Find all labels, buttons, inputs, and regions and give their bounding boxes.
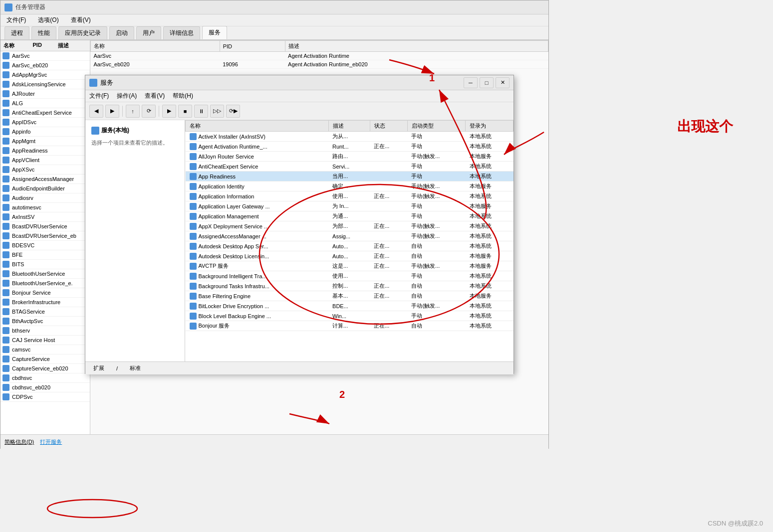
col-header-svc-logon[interactable]: 登录为 <box>466 121 514 132</box>
table-row[interactable]: AntiCheatExpert Service Servi... 手动 本地系统 <box>186 162 514 172</box>
svc-menu-help[interactable]: 帮助(H) <box>173 92 193 100</box>
col-header-desc[interactable]: 描述 <box>285 41 548 52</box>
list-item[interactable]: CAJ Service Host <box>0 336 90 345</box>
toolbar-up[interactable]: ↑ <box>126 105 140 118</box>
brief-info-btn[interactable]: 简略信息(D) <box>4 438 34 446</box>
col-name[interactable]: 名称 <box>3 42 33 49</box>
tab-details[interactable]: 详细信息 <box>163 26 200 39</box>
list-item[interactable]: AntiCheatExpert Service <box>0 108 90 118</box>
close-button[interactable]: ✕ <box>496 77 510 88</box>
table-row[interactable]: Autodesk Desktop App Ser... Auto... 正在..… <box>186 241 514 251</box>
list-item[interactable]: BFE <box>0 250 90 260</box>
list-item[interactable]: AppMgmt <box>0 137 90 146</box>
svc-right-panel[interactable]: 名称 描述 状态 启动类型 登录为 ActiveX Installer (AxI… <box>185 120 514 361</box>
toolbar-pause[interactable]: ⏸ <box>194 105 208 118</box>
table-row[interactable]: Application Layer Gateway ... 为 In... 手动… <box>186 201 514 211</box>
col-header-svc-status[interactable]: 状态 <box>370 121 407 132</box>
list-item[interactable]: camsvc <box>0 345 90 355</box>
table-row[interactable]: AarSvc_eb020 19096 Agent Activation Runt… <box>91 60 548 69</box>
list-item[interactable]: AssignedAccessManager <box>0 175 90 184</box>
list-item[interactable]: BluetoothUserService <box>0 269 90 279</box>
list-item[interactable]: CaptureService_eb020 <box>0 364 90 373</box>
list-item[interactable]: BrokerInfrastructure <box>0 298 90 307</box>
list-item[interactable]: AarSvc_eb020 <box>0 61 90 70</box>
toolbar-back[interactable]: ◀ <box>89 105 103 118</box>
table-row[interactable]: AppX Deployment Service ... 为部... 正在... … <box>186 221 514 231</box>
tm-menu-options[interactable]: 选项(O) <box>36 15 60 25</box>
toolbar-start[interactable]: ▶ <box>162 105 176 118</box>
toolbar-forward[interactable]: ▶ <box>105 105 119 118</box>
list-item[interactable]: Audiosrv <box>0 193 90 203</box>
expand-tab[interactable]: 扩展 <box>89 363 108 373</box>
toolbar-resume[interactable]: ▷▷ <box>210 105 224 118</box>
list-item[interactable]: AJRouter <box>0 89 90 99</box>
list-item[interactable]: CaptureService <box>0 355 90 364</box>
tm-menu-file[interactable]: 文件(F) <box>4 15 28 25</box>
col-header-svc-start[interactable]: 启动类型 <box>407 121 465 132</box>
list-item[interactable]: AppReadiness <box>0 146 90 156</box>
table-row[interactable]: App Readiness 当用... 手动 本地系统 <box>186 172 514 181</box>
tab-process[interactable]: 进程 <box>4 26 29 39</box>
list-item[interactable]: CDPSvc <box>0 392 90 402</box>
list-item[interactable]: BthAvctpSvc <box>0 317 90 326</box>
table-row[interactable]: Bonjour 服务 计算... 正在... 自动 本地系统 <box>186 321 514 331</box>
table-row[interactable]: Autodesk Desktop Licensin... Auto... 正在.… <box>186 251 514 261</box>
table-row[interactable]: Base Filtering Engine 基本... 正在... 自动 本地服… <box>186 291 514 301</box>
table-row[interactable]: Agent Activation Runtime_... Runt... 正在.… <box>186 142 514 152</box>
toolbar-refresh[interactable]: ⟳ <box>142 105 156 118</box>
list-item[interactable]: cbdhsvc <box>0 373 90 383</box>
col-desc[interactable]: 描述 <box>58 42 87 49</box>
col-header-svc-name[interactable]: 名称 <box>186 121 329 132</box>
svc-menu-view[interactable]: 查看(V) <box>145 92 165 100</box>
list-item[interactable]: cbdhsvc_eb020 <box>0 383 90 392</box>
minimize-button[interactable]: ─ <box>464 77 478 88</box>
list-item[interactable]: bthserv <box>0 326 90 336</box>
tab-services[interactable]: 服务 <box>202 26 227 39</box>
maximize-button[interactable]: □ <box>480 77 494 88</box>
list-item[interactable]: AarSvc <box>0 51 90 61</box>
tm-menu-view[interactable]: 查看(V) <box>69 15 93 25</box>
tab-app-history[interactable]: 应用历史记录 <box>58 26 107 39</box>
list-item[interactable]: AdAppMgrSvc <box>0 70 90 80</box>
toolbar-restart[interactable]: ⟳▶ <box>226 105 240 118</box>
list-item[interactable]: AppXSvc <box>0 165 90 175</box>
table-row[interactable]: AarSvc Agent Activation Runtime <box>91 52 548 60</box>
col-header-name[interactable]: 名称 <box>91 41 220 52</box>
table-row[interactable]: Application Management 为通... 手动 本地系统 <box>186 211 514 221</box>
table-row[interactable]: Background Intelligent Tra... 使用... 手动 本… <box>186 271 514 281</box>
list-item[interactable]: AudioEndpointBuilder <box>0 184 90 193</box>
svc-menu-file[interactable]: 文件(F) <box>89 92 109 100</box>
col-header-svc-desc[interactable]: 描述 <box>328 121 370 132</box>
list-item[interactable]: BDESVC <box>0 241 90 250</box>
list-item[interactable]: AppVClient <box>0 156 90 165</box>
list-item[interactable]: AxInstSV <box>0 212 90 222</box>
list-item[interactable]: AppIDSvc <box>0 118 90 127</box>
list-item[interactable]: BITS <box>0 260 90 269</box>
list-item[interactable]: BcastDVRUserService <box>0 222 90 231</box>
open-service-btn[interactable]: 打开服务 <box>40 438 62 446</box>
table-row[interactable]: AVCTP 服务 这是... 正在... 手动(触发... 本地服务 <box>186 261 514 271</box>
tab-performance[interactable]: 性能 <box>31 26 56 39</box>
table-row[interactable]: AssignedAccessManager ... Assig... 手动(触发… <box>186 231 514 241</box>
list-item[interactable]: ALG <box>0 99 90 108</box>
table-row[interactable]: AllJoyn Router Service 路由... 手动(触发... 本地… <box>186 152 514 162</box>
list-item[interactable]: BTAGService <box>0 307 90 317</box>
tab-startup[interactable]: 启动 <box>109 26 134 39</box>
table-row[interactable]: BitLocker Drive Encryption ... BDE... 手动… <box>186 301 514 311</box>
table-row[interactable]: Application Identity 确定... 手动(触发... 本地服务 <box>186 181 514 191</box>
list-item[interactable]: autotimesvc <box>0 203 90 212</box>
table-row[interactable]: ActiveX Installer (AxInstSV) 为从... 手动 本地… <box>186 132 514 142</box>
table-row[interactable]: Background Tasks Infrastru... 控制... 正在..… <box>186 281 514 291</box>
standard-tab[interactable]: 标准 <box>126 363 145 373</box>
list-item[interactable]: AdskLicensingService <box>0 80 90 89</box>
list-item[interactable]: Bonjour Service <box>0 288 90 298</box>
svc-menu-action[interactable]: 操作(A) <box>117 92 137 100</box>
toolbar-stop[interactable]: ■ <box>178 105 192 118</box>
col-pid[interactable]: PID <box>33 42 58 49</box>
tab-users[interactable]: 用户 <box>136 26 161 39</box>
list-item[interactable]: BluetoothUserService_e. <box>0 279 90 288</box>
table-row[interactable]: Application Information 使用... 正在... 手动(触… <box>186 191 514 201</box>
table-row[interactable]: Block Level Backup Engine ... Win... 手动 … <box>186 311 514 321</box>
list-item[interactable]: Appinfo <box>0 127 90 137</box>
list-item[interactable]: BcastDVRUserService_eb <box>0 231 90 241</box>
